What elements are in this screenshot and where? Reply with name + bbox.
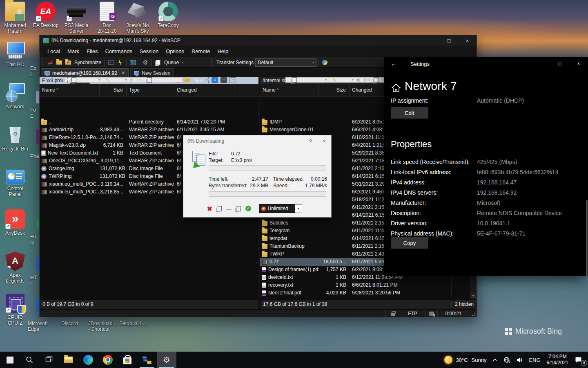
desktop-icon-anydesk[interactable]: ↗AnyDesk bbox=[1, 209, 29, 236]
file-row[interactable]: ..Parent directory6/14/2021 7:02:20 PM bbox=[40, 118, 258, 126]
minimize-button[interactable]: – bbox=[421, 35, 440, 46]
delete-icon[interactable]: ✕ bbox=[127, 77, 136, 85]
resize-grip[interactable] bbox=[471, 312, 476, 317]
edit-icon[interactable]: ✎ bbox=[104, 77, 112, 85]
console-icon[interactable]: >_ bbox=[107, 58, 115, 67]
column-header-name[interactable]: Name^ bbox=[260, 84, 318, 96]
settings-taskbar-button[interactable]: ⚙ bbox=[157, 352, 176, 368]
download-button[interactable]: Download bbox=[301, 77, 322, 83]
maximize-button[interactable]: □ bbox=[440, 35, 458, 46]
site-color-icon[interactable] bbox=[321, 58, 329, 67]
task-view-button[interactable] bbox=[39, 352, 59, 368]
queue-dropdown-icon[interactable]: ▾ bbox=[182, 61, 183, 64]
tab-close-icon[interactable]: ✕ bbox=[121, 70, 125, 76]
language-indicator[interactable]: ENG bbox=[526, 352, 543, 368]
file-row[interactable]: recovery.txt1 KB6/6/2021 8:01:21 PM bbox=[260, 281, 477, 289]
desktop-icon-ea-desktop[interactable]: ↗EA Desktop bbox=[31, 2, 60, 28]
upload-icon[interactable] bbox=[70, 77, 78, 85]
menu-commands[interactable]: Commands bbox=[101, 46, 136, 57]
copy-queue-icon[interactable] bbox=[55, 58, 63, 67]
synchronize-icon[interactable]: ⇄ bbox=[64, 58, 72, 67]
settings-titlebar[interactable]: ← Settings – □ × bbox=[384, 57, 588, 70]
queue-button[interactable]: Queue bbox=[164, 60, 179, 65]
desktop-icon-label[interactable]: Microsoft Edge bbox=[28, 321, 65, 332]
volume-tray-button[interactable] bbox=[513, 352, 526, 368]
desktop-icon-cpuid-cpu-z[interactable]: ↗CPUID CPU-Z bbox=[1, 294, 29, 326]
preferences-gear-icon[interactable]: ⚙ bbox=[141, 58, 149, 67]
speed-limit-select[interactable]: Unlimited ▾ bbox=[259, 204, 302, 213]
properties-icon[interactable] bbox=[372, 77, 380, 85]
menu-options[interactable]: Options bbox=[162, 46, 188, 57]
file-row[interactable]: Android.zip8,983,44...WinRAR ZIP archive… bbox=[40, 126, 258, 134]
column-header-changed[interactable]: Changed bbox=[174, 84, 234, 96]
menu-mark[interactable]: Mark bbox=[64, 46, 83, 57]
dialog-close-button[interactable]: × bbox=[317, 135, 331, 147]
unattended-mode-icon[interactable]: ✓ bbox=[245, 206, 251, 211]
desktop-icon-apex-legends[interactable]: ↗Apex Legends bbox=[1, 251, 29, 284]
menu-help[interactable]: Help bbox=[214, 46, 232, 57]
synchronize-button[interactable]: Synchronize bbox=[74, 60, 101, 65]
menu-local[interactable]: Local bbox=[44, 46, 64, 57]
upload-button[interactable]: Upload bbox=[80, 77, 96, 83]
command-icon[interactable]: ϟ bbox=[116, 58, 124, 67]
delete-icon[interactable]: ✕ bbox=[354, 77, 362, 85]
desktop-icon-ps3-media-server[interactable]: ↗PS3 Media Server bbox=[62, 2, 91, 34]
properties-button[interactable]: Properties bbox=[156, 77, 178, 83]
back-icon[interactable]: ← bbox=[384, 60, 403, 67]
desktop-icon-teracopy[interactable]: ↗TeraCopy bbox=[154, 2, 183, 28]
menu-files[interactable]: Files bbox=[83, 46, 101, 57]
desktop-icon-joew-s-no-man-s-sky[interactable]: Joew's No Man's Sky bbox=[123, 2, 152, 34]
network-tray-button[interactable] bbox=[501, 352, 513, 368]
edit-button[interactable]: Edit bbox=[341, 77, 349, 83]
skip-file-icon[interactable] bbox=[217, 206, 222, 211]
select-remove-icon[interactable]: − bbox=[220, 77, 228, 85]
desktop-icon-this-pc[interactable]: This PC bbox=[1, 41, 29, 67]
store-button[interactable] bbox=[118, 352, 137, 368]
column-header-size[interactable]: Size bbox=[100, 84, 127, 96]
close-button[interactable]: × bbox=[569, 57, 588, 70]
desktop-icon-control-panel[interactable]: Control Panel bbox=[1, 167, 29, 197]
menu-remote[interactable]: Remote bbox=[188, 46, 214, 57]
copy-button[interactable]: Copy bbox=[391, 237, 428, 249]
rename-icon[interactable]: ab bbox=[363, 77, 371, 85]
explorer-refresh-icon[interactable] bbox=[129, 58, 137, 67]
new-icon[interactable]: + bbox=[183, 77, 191, 85]
selection-filter-icon[interactable] bbox=[229, 77, 237, 85]
minimize-button[interactable]: – bbox=[532, 57, 550, 70]
close-button[interactable]: × bbox=[458, 35, 477, 46]
desktop-icon-recycle-bin[interactable]: Recycle Bin bbox=[1, 125, 29, 152]
select-add-icon[interactable]: + bbox=[211, 77, 219, 85]
transfer-mode-icon[interactable]: ⇄ bbox=[46, 58, 54, 67]
tab-new-session[interactable]: New Session bbox=[130, 68, 174, 77]
desktop-icon-doc-28-11-20[interactable]: Doc 28-11-20 bbox=[93, 2, 121, 34]
action-center-button[interactable]: 8 bbox=[572, 352, 588, 368]
tray-expand-button[interactable] bbox=[489, 352, 501, 368]
chrome-button[interactable] bbox=[98, 352, 118, 368]
column-header-type[interactable]: Type bbox=[127, 84, 174, 96]
edit-button[interactable]: Edit bbox=[114, 77, 122, 83]
queue-icon[interactable] bbox=[154, 58, 162, 67]
edit-button[interactable]: Edit bbox=[391, 107, 428, 119]
edge-button[interactable] bbox=[78, 352, 98, 368]
file-row[interactable]: steel 2 final.pdf4,023 KB5/28/2021 3:20:… bbox=[260, 289, 477, 297]
cancel-transfer-icon[interactable]: ✖ bbox=[207, 206, 212, 212]
file-explorer-button[interactable] bbox=[59, 352, 78, 368]
start-button[interactable] bbox=[0, 352, 20, 368]
rename-icon[interactable]: ab bbox=[136, 77, 145, 85]
clock[interactable]: 7:04 PM 6/14/2021 bbox=[543, 354, 572, 366]
download-icon[interactable] bbox=[290, 77, 298, 85]
minimize-dialog-icon[interactable]: — bbox=[226, 206, 232, 211]
desktop-icon-network[interactable]: Network bbox=[1, 83, 29, 110]
column-header-name[interactable]: Name^ bbox=[40, 84, 100, 96]
scroll-down-icon[interactable]: ▾ bbox=[470, 293, 477, 299]
winscp-titlebar[interactable]: 0% Downloading - medohatem@192.168.164.9… bbox=[40, 35, 477, 46]
edit-icon[interactable]: ✎ bbox=[330, 77, 339, 85]
menu-session[interactable]: Session bbox=[136, 46, 162, 57]
weather-widget[interactable]: 30°C Sunny bbox=[441, 352, 490, 368]
tab-session[interactable]: medohatem@192.168.164.92 ✕ bbox=[41, 68, 129, 77]
search-button[interactable] bbox=[20, 352, 39, 368]
desktop-icon-mohamed-hatem[interactable]: Mohamed Hatem bbox=[1, 2, 29, 34]
properties-icon[interactable] bbox=[145, 77, 154, 85]
desktop-icon-label[interactable]: Setup.x64.... bbox=[119, 321, 156, 326]
dialog-titlebar[interactable]: 0% Downloading ? × bbox=[183, 135, 331, 147]
